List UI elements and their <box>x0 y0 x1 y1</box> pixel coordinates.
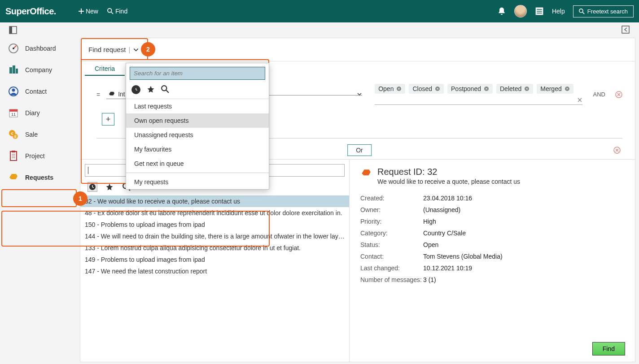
request-row[interactable]: 150 - Problems to upload images from ipa… <box>80 219 349 230</box>
svg-rect-5 <box>537 13 542 13</box>
detail-row: Created:23.04.2018 10:16 <box>360 192 624 204</box>
svg-point-6 <box>579 9 582 12</box>
app-logo: SuperOffice. <box>5 6 56 17</box>
help-link[interactable]: Help <box>552 8 565 15</box>
tab-criteria[interactable]: Criteria <box>85 61 125 76</box>
detail-label: Category: <box>360 230 423 237</box>
request-row[interactable]: 144 - We will need to drain the building… <box>80 230 349 242</box>
close-icon[interactable] <box>524 86 530 91</box>
user-avatar[interactable] <box>514 5 527 17</box>
sidebar-item-company[interactable]: Company <box>0 59 78 81</box>
sale-icon: €$ <box>8 129 19 140</box>
svg-point-16 <box>12 89 15 92</box>
close-icon[interactable] <box>565 86 570 91</box>
clear-all-icon[interactable] <box>577 97 582 103</box>
sidebar-item-project[interactable]: Project <box>0 145 78 167</box>
chip-postponed[interactable]: Postponed <box>447 84 493 94</box>
dropdown-item[interactable]: Last requests <box>126 99 269 113</box>
close-icon[interactable] <box>484 86 489 91</box>
favourites-filter-icon[interactable] <box>105 182 114 192</box>
remove-or-icon[interactable] <box>613 147 621 154</box>
detail-value: Country C/Sale <box>423 230 466 237</box>
diary-icon: 11 <box>8 108 19 118</box>
sidebar-item-requests[interactable]: Requests <box>0 167 78 188</box>
callout-badge-1: 1 <box>73 191 88 206</box>
requests-list-panel: 32 - We would like to receive a quote, p… <box>80 160 350 362</box>
bell-icon[interactable] <box>497 7 506 16</box>
requests-icon <box>8 172 19 183</box>
detail-label: Last changed: <box>360 264 423 272</box>
dashboard-icon <box>8 43 19 54</box>
detail-row: Contact:Tom Stevens (Global Media) <box>360 251 624 262</box>
svg-rect-4 <box>537 11 542 12</box>
svg-rect-9 <box>9 26 12 34</box>
panel-collapse-icon[interactable] <box>621 26 630 34</box>
request-row[interactable]: 149 - Problems to upload images from ipa… <box>80 254 349 265</box>
topbar: SuperOffice. New Find Help Freetext sear… <box>0 0 639 22</box>
sidebar-item-sale[interactable]: €$ Sale <box>0 124 78 145</box>
ticket-icon <box>360 168 372 179</box>
dropdown-item[interactable]: Get next in queue <box>126 156 269 171</box>
chevron-down-icon <box>357 91 362 97</box>
detail-row: Last changed:10.12.2021 10:19 <box>360 262 624 274</box>
detail-value: Open <box>423 241 438 248</box>
freetext-search-button[interactable]: Freetext search <box>573 5 634 17</box>
close-icon[interactable] <box>435 86 440 91</box>
close-icon[interactable] <box>396 86 402 91</box>
find-request-dropdown-menu: Last requestsOwn open requestsUnassigned… <box>126 63 269 190</box>
equals-sign: = <box>96 91 100 98</box>
magnifier-icon[interactable] <box>161 85 169 93</box>
remove-row-icon[interactable] <box>615 91 622 98</box>
dropdown-item[interactable]: Own open requests <box>126 113 269 128</box>
chip-closed[interactable]: Closed <box>409 84 444 94</box>
detail-value: 10.12.2021 10:19 <box>423 264 472 272</box>
panel-toggle-icon[interactable] <box>9 26 17 34</box>
callout-badge-2: 2 <box>141 42 155 56</box>
ticket-icon <box>108 91 115 98</box>
svg-line-42 <box>166 90 169 93</box>
find-request-dropdown[interactable]: Find request | <box>88 46 139 53</box>
dropdown-item[interactable]: Unassigned requests <box>126 128 269 142</box>
find-submit-button[interactable]: Find <box>592 342 625 355</box>
plus-icon <box>79 9 84 14</box>
svg-rect-12 <box>9 67 12 74</box>
dropdown-item[interactable]: My requests <box>126 175 269 189</box>
dropdown-search-input[interactable] <box>130 67 265 80</box>
detail-value: (Unassigned) <box>423 206 460 213</box>
chip-merged[interactable]: Merged <box>537 84 573 94</box>
add-criterion-button[interactable]: + <box>102 113 114 126</box>
request-row[interactable]: 133 - Lorem nostrud culpa aliqua adipisi… <box>80 242 349 254</box>
svg-point-11 <box>13 48 14 49</box>
project-icon <box>8 151 19 161</box>
sidebar: Dashboard Company Contact 11 Diary €$ Sa… <box>0 22 78 364</box>
criteria-field-text: Int <box>118 91 125 98</box>
sidebar-item-label: Diary <box>25 109 40 117</box>
chip-open[interactable]: Open <box>375 84 405 94</box>
svg-line-1 <box>111 12 113 14</box>
detail-row: Number of messages:3 (1) <box>360 274 624 286</box>
request-row[interactable]: 48 - Ex dolore dolor sit eu labore repre… <box>80 207 349 219</box>
menu-icon[interactable] <box>535 7 544 16</box>
or-button[interactable]: Or <box>347 144 372 156</box>
sidebar-item-dashboard[interactable]: Dashboard <box>0 38 78 59</box>
detail-label: Contact: <box>360 253 423 260</box>
svg-point-41 <box>162 86 166 91</box>
find-button[interactable]: Find <box>107 8 127 15</box>
request-row[interactable]: 147 - We need the latest construction re… <box>80 265 349 277</box>
recent-filter-icon[interactable] <box>88 182 97 192</box>
magnifier-icon <box>107 8 114 14</box>
chip-deleted[interactable]: Deleted <box>496 84 533 94</box>
sidebar-item-contact[interactable]: Contact <box>0 81 78 102</box>
clock-icon[interactable] <box>131 85 140 94</box>
star-icon <box>105 183 114 191</box>
magnifier-icon <box>579 9 585 14</box>
detail-value: High <box>423 218 436 225</box>
sidebar-item-label: Dashboard <box>25 45 56 52</box>
request-row[interactable]: 32 - We would like to receive a quote, p… <box>80 195 349 207</box>
sidebar-item-diary[interactable]: 11 Diary <box>0 102 78 124</box>
sidebar-item-label: Project <box>25 152 45 160</box>
chevron-down-icon <box>133 47 139 53</box>
star-icon[interactable] <box>147 85 155 93</box>
dropdown-item[interactable]: My favourites <box>126 142 269 156</box>
new-button[interactable]: New <box>79 8 98 15</box>
